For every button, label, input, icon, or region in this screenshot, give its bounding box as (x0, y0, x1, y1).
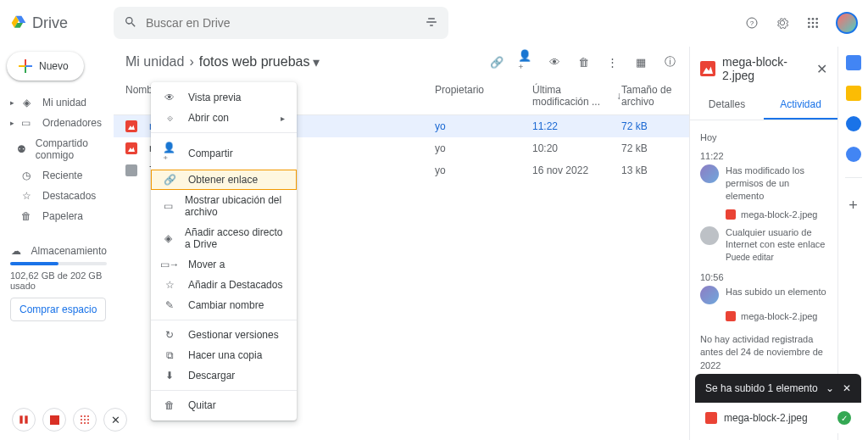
buy-storage-button[interactable]: Comprar espacio (10, 298, 106, 321)
logo[interactable]: Drive (10, 14, 114, 32)
ctx-add-shortcut[interactable]: ◈Añadir acceso directo a Drive (151, 222, 297, 254)
settings-icon[interactable] (775, 15, 790, 31)
tasks-icon[interactable] (846, 116, 861, 131)
svg-point-10 (815, 25, 818, 28)
header-actions: ? (744, 12, 858, 34)
ctx-versions[interactable]: ↻Gestionar versiones (151, 325, 297, 345)
record-close-button[interactable]: ✕ (103, 408, 127, 432)
cloud-icon: ☁ (10, 245, 23, 257)
recording-controls: ✕ (12, 408, 127, 432)
user-avatar (700, 164, 719, 183)
ctx-move-to[interactable]: ▭→Mover a (151, 254, 297, 275)
eye-icon[interactable]: 👁 (547, 54, 562, 70)
col-modified[interactable]: Última modificación ...↓ (532, 84, 621, 108)
add-user-icon[interactable]: 👤⁺ (518, 54, 533, 70)
breadcrumb-current[interactable]: fotos web pruebas (199, 54, 310, 70)
ctx-open-with[interactable]: ⟐Abrir con▸ (151, 108, 297, 128)
search-input[interactable] (146, 16, 425, 30)
storage-header[interactable]: ☁Almacenamiento (10, 245, 107, 257)
nav-computers[interactable]: ▸▭Ordenadores (7, 113, 107, 133)
col-owner[interactable]: Propietario (435, 84, 532, 108)
image-file-icon (705, 412, 717, 424)
tab-details[interactable]: Detalles (690, 91, 764, 120)
help-icon[interactable]: ? (744, 15, 760, 31)
link-icon: 🔗 (163, 174, 176, 186)
nav-my-drive[interactable]: ▸◈Mi unidad (7, 92, 107, 113)
record-grid-button[interactable] (73, 408, 97, 432)
ctx-get-link[interactable]: 🔗Obtener enlace (151, 170, 297, 190)
col-size[interactable]: Tamaño de archivo (621, 84, 677, 108)
activity-text: Has subido un elemento (726, 286, 826, 304)
calendar-icon[interactable] (846, 55, 861, 70)
account-avatar[interactable] (836, 12, 858, 34)
computer-icon: ▭ (19, 117, 34, 129)
contacts-icon[interactable] (846, 147, 861, 162)
svg-point-7 (815, 22, 818, 25)
ctx-share[interactable]: 👤⁺Compartir (151, 137, 297, 170)
ctx-remove[interactable]: 🗑Quitar (151, 395, 297, 415)
check-icon: ✓ (837, 411, 851, 425)
search-bar[interactable] (114, 7, 448, 39)
ctx-copy[interactable]: ⧉Hacer una copia (151, 345, 297, 365)
sidebar: Nuevo ▸◈Mi unidad ▸▭Ordenadores ⚉Compart… (0, 47, 114, 440)
star-icon: ☆ (163, 279, 176, 291)
svg-point-4 (815, 18, 818, 20)
record-stop-button[interactable] (42, 408, 66, 432)
header: Drive ? (0, 0, 868, 47)
upload-toast: Se ha subido 1 elemento ⌄ ✕ mega-block-2… (695, 374, 861, 433)
nav-starred[interactable]: ☆Destacados (7, 186, 107, 206)
apps-icon[interactable] (805, 15, 821, 31)
nav-recent[interactable]: ◷Reciente (7, 165, 107, 186)
nav-shared[interactable]: ⚉Compartido conmigo (7, 133, 107, 165)
no-activity-text: No hay actividad registrada antes del 24… (700, 333, 827, 372)
record-pause-button[interactable] (12, 408, 36, 432)
open-icon: ⟐ (163, 112, 176, 124)
close-icon[interactable]: ✕ (816, 61, 827, 77)
ctx-show-location[interactable]: ▭Mostrar ubicación del archivo (151, 190, 297, 222)
tab-activity[interactable]: Actividad (764, 91, 837, 120)
activity-time: 10:56 (700, 272, 827, 282)
link-icon[interactable]: 🔗 (489, 54, 504, 70)
user-avatar (700, 286, 719, 304)
delete-icon[interactable]: 🗑 (576, 54, 591, 70)
svg-point-3 (812, 18, 815, 20)
svg-point-6 (812, 22, 815, 25)
breadcrumb-root[interactable]: Mi unidad (125, 54, 184, 70)
info-icon[interactable]: ⓘ (662, 54, 677, 70)
image-file-icon (125, 120, 137, 132)
activity-text: Has modificado los permisos de un elemen… (726, 164, 827, 203)
new-button[interactable]: Nuevo (7, 52, 84, 81)
ctx-preview[interactable]: 👁Vista previa (151, 87, 297, 108)
image-file-icon (726, 311, 736, 321)
more-icon[interactable]: ⋮ (604, 54, 620, 70)
image-file-icon (700, 61, 715, 76)
folder-icon: ▭ (163, 200, 173, 212)
storage-bar (10, 262, 107, 265)
svg-text:?: ? (750, 19, 754, 27)
activity-day: Hoy (700, 132, 827, 142)
ctx-rename[interactable]: ✎Cambiar nombre (151, 295, 297, 315)
svg-point-8 (808, 25, 810, 28)
close-icon[interactable]: ✕ (843, 382, 851, 394)
ctx-add-starred[interactable]: ☆Añadir a Destacados (151, 275, 297, 295)
svg-point-9 (812, 25, 815, 28)
copy-icon: ⧉ (163, 349, 176, 361)
drive-icon: ◈ (19, 97, 34, 109)
keep-icon[interactable] (846, 86, 861, 101)
trash-icon: 🗑 (163, 399, 176, 411)
svg-point-5 (808, 22, 810, 25)
image-file-icon (726, 209, 736, 220)
context-menu: 👁Vista previa ⟐Abrir con▸ 👤⁺Compartir 🔗O… (151, 82, 297, 421)
filter-icon[interactable] (425, 15, 438, 31)
nav-trash[interactable]: 🗑Papelera (7, 206, 107, 226)
breadcrumb: Mi unidad › fotos web pruebas ▾ (125, 54, 325, 70)
svg-rect-11 (19, 415, 22, 423)
history-icon: ↻ (163, 329, 176, 341)
people-icon: ⚉ (16, 143, 27, 155)
add-addon-icon[interactable]: + (849, 197, 858, 214)
chevron-down-icon[interactable]: ⌄ (826, 382, 834, 394)
plus-icon (19, 59, 32, 73)
move-icon: ▭→ (163, 259, 176, 270)
ctx-download[interactable]: ⬇Descargar (151, 365, 297, 386)
grid-view-icon[interactable]: ▦ (633, 54, 648, 70)
